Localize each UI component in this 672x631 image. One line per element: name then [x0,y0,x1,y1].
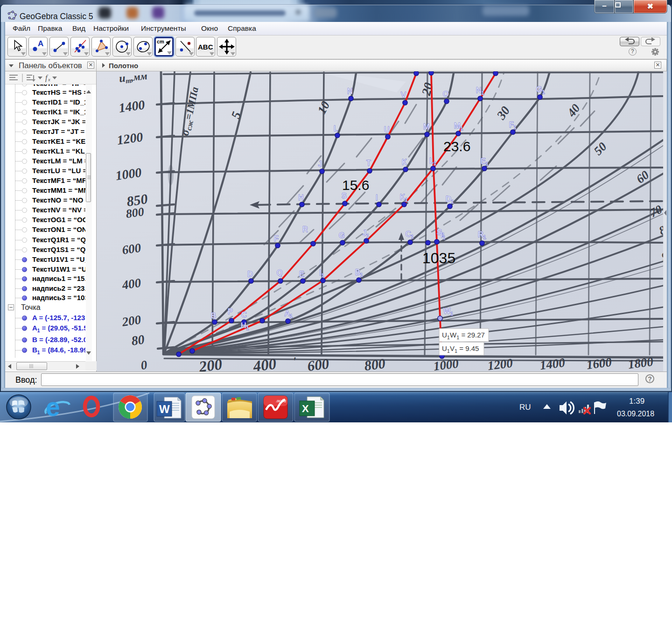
svg-text:V: V [401,91,406,99]
svg-text:23.6: 23.6 [443,139,470,154]
svg-text:O: O [443,90,448,98]
svg-text:N: N [347,87,353,95]
svg-text:200: 200 [197,356,223,372]
svg-text:D: D [247,270,253,278]
svg-text:M: M [423,123,429,131]
svg-text:600: 600 [307,356,330,372]
svg-text:K: K [402,158,407,166]
svg-text:U: U [384,126,390,133]
svg-text:ABC: ABC [198,43,213,51]
svg-text:R: R [302,225,308,233]
svg-text:1600: 1600 [586,355,613,372]
svg-text:400: 400 [252,355,277,372]
svg-text:A: A [38,40,43,48]
svg-text:люби: люби [276,398,286,403]
svg-text:C: C [241,311,247,319]
svg-text:W: W [159,403,170,415]
svg-text:e: e [46,393,60,421]
svg-text:80: 80 [131,332,146,348]
svg-text:800: 800 [125,205,145,221]
svg-text:RU: RU [519,403,531,412]
svg-text:03.09.2018: 03.09.2018 [617,410,654,418]
svg-text:S: S [342,192,347,200]
svg-text:Q: Q [277,269,282,277]
svg-text:X: X [302,403,309,414]
svg-text:T: T [366,159,371,167]
svg-text:1000: 1000 [433,357,460,372]
svg-text:E: E [299,270,304,278]
svg-text:1:39: 1:39 [629,397,644,406]
svg-text:cm: cm [157,39,164,44]
svg-text:F: F [274,235,279,243]
svg-text:B: B [211,312,216,320]
svg-text:G: G [339,231,344,239]
svg-text:15.6: 15.6 [342,177,369,193]
svg-text:600: 600 [121,241,142,257]
svg-text:1035: 1035 [422,250,455,266]
svg-text:P: P [228,308,233,316]
svg-text:J: J [318,160,322,168]
svg-text:1200: 1200 [487,356,514,372]
svg-text:x: x [48,77,50,82]
svg-text:200: 200 [121,313,142,330]
svg-text:H: H [298,194,304,202]
svg-text:I: I [376,194,378,202]
svg-text:L: L [334,125,338,133]
svg-text:1400: 1400 [539,356,566,372]
svg-text:': ' [293,355,296,368]
svg-text:800: 800 [364,356,386,372]
svg-text:400: 400 [121,276,142,293]
